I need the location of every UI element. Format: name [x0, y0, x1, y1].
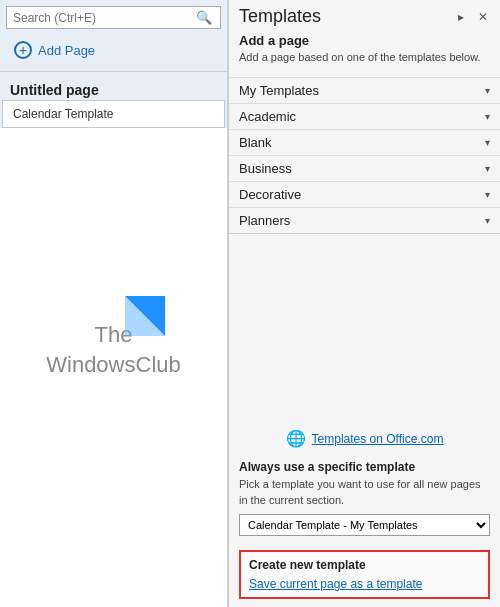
- chevron-down-icon: ▾: [485, 85, 490, 96]
- office-icon: 🌐: [286, 429, 306, 448]
- category-planners[interactable]: Planners ▾: [229, 207, 500, 233]
- close-panel-button[interactable]: ✕: [474, 8, 492, 26]
- chevron-down-icon: ▾: [485, 189, 490, 200]
- left-panel-divider: [0, 71, 227, 72]
- category-business-label: Business: [239, 161, 292, 176]
- page-item-untitled[interactable]: Untitled page: [0, 76, 227, 100]
- category-business[interactable]: Business ▾: [229, 155, 500, 181]
- right-panel: Templates ▸ ✕ Add a page Add a page base…: [228, 0, 500, 607]
- category-planners-label: Planners: [239, 213, 290, 228]
- add-page-button[interactable]: + Add Page: [6, 37, 221, 63]
- category-decorative[interactable]: Decorative ▾: [229, 181, 500, 207]
- add-page-heading: Add a page: [239, 33, 490, 48]
- category-blank[interactable]: Blank ▾: [229, 129, 500, 155]
- chevron-down-icon: ▾: [485, 215, 490, 226]
- template-dropdown[interactable]: Calendar Template - My Templates: [239, 514, 490, 536]
- search-button[interactable]: 🔍: [194, 10, 214, 25]
- watermark-logo: [125, 296, 165, 336]
- category-academic-label: Academic: [239, 109, 296, 124]
- save-template-link[interactable]: Save current page as a template: [249, 577, 422, 591]
- add-page-desc: Add a page based on one of the templates…: [239, 50, 490, 65]
- always-use-heading: Always use a specific template: [239, 460, 490, 474]
- chevron-down-icon: ▾: [485, 111, 490, 122]
- search-bar: 🔍: [6, 6, 221, 29]
- page-content-area: The WindowsClub: [0, 128, 227, 607]
- page-item-calendar[interactable]: Calendar Template: [2, 100, 225, 128]
- add-page-circle-icon: +: [14, 41, 32, 59]
- left-panel: 🔍 + Add Page Untitled page Calendar Temp…: [0, 0, 228, 607]
- category-my-templates-label: My Templates: [239, 83, 319, 98]
- chevron-down-icon: ▾: [485, 137, 490, 148]
- always-use-section: Always use a specific template Pick a te…: [229, 454, 500, 542]
- office-templates-link[interactable]: 🌐 Templates on Office.com: [229, 417, 500, 454]
- category-my-templates[interactable]: My Templates ▾: [229, 77, 500, 103]
- category-blank-label: Blank: [239, 135, 272, 150]
- always-use-desc: Pick a template you want to use for all …: [239, 477, 490, 508]
- pin-panel-button[interactable]: ▸: [454, 8, 468, 26]
- category-decorative-label: Decorative: [239, 187, 301, 202]
- panel-title: Templates: [239, 6, 321, 27]
- search-input[interactable]: [13, 11, 194, 25]
- add-page-section: Add a page Add a page based on one of th…: [229, 29, 500, 77]
- create-template-section: Create new template Save current page as…: [239, 550, 490, 599]
- add-page-label: Add Page: [38, 43, 95, 58]
- right-panel-header: Templates ▸ ✕: [229, 0, 500, 29]
- templates-link-text[interactable]: Templates on Office.com: [312, 432, 444, 446]
- panel-controls: ▸ ✕: [454, 8, 492, 26]
- category-academic[interactable]: Academic ▾: [229, 103, 500, 129]
- chevron-down-icon: ▾: [485, 163, 490, 174]
- create-template-heading: Create new template: [249, 558, 480, 572]
